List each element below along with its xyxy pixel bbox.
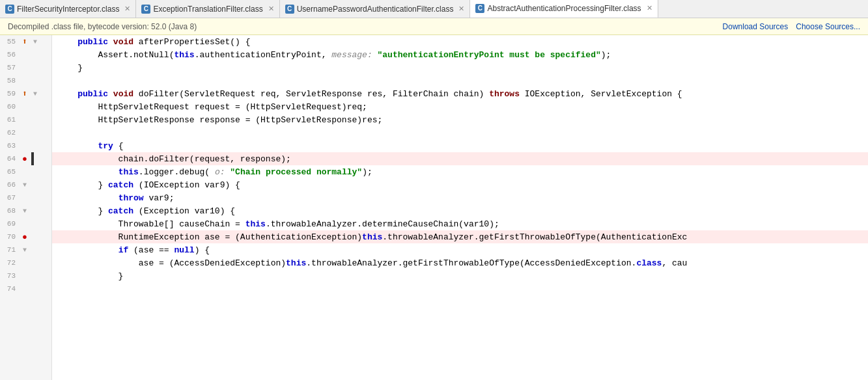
fold-icon-71[interactable]: ▼ — [20, 245, 30, 255]
code-line-73: } — [52, 269, 868, 282]
code-line-74 — [52, 282, 868, 295]
line-num-58: 58 — [0, 77, 20, 85]
tab-label-4: AbstractAuthenticationProcessingFilter.c… — [487, 4, 641, 13]
tab-close-4[interactable]: ✕ — [647, 4, 652, 12]
line-num-68: 68 — [0, 207, 20, 215]
code-content[interactable]: public void afterPropertiesSet() { Asser… — [52, 35, 868, 380]
line-num-74: 74 — [0, 285, 20, 293]
code-line-68: } catch (Exception var10) { — [52, 204, 868, 217]
code-line-69: Throwable[] causeChain = this.throwableA… — [52, 217, 868, 230]
tab-icon-3: C — [285, 5, 294, 14]
line-num-64: 64 — [0, 155, 20, 163]
gutter-row-58: 58 — [0, 74, 51, 87]
gutter-row-74: 74 — [0, 282, 51, 295]
gutter-row-56: 56 — [0, 48, 51, 61]
line-num-57: 57 — [0, 64, 20, 72]
download-sources-link[interactable]: Download Sources — [723, 22, 789, 31]
code-line-63: try { — [52, 139, 868, 152]
code-line-72: ase = (AccessDeniedException)this.throwa… — [52, 256, 868, 269]
line-num-66: 66 — [0, 181, 20, 189]
tab-label-3: UsernamePasswordAuthenticationFilter.cla… — [297, 5, 454, 14]
gutter-row-71: 71 ▼ — [0, 243, 51, 256]
fold-icon-68[interactable]: ▼ — [20, 206, 30, 216]
line-num-61: 61 — [0, 116, 20, 124]
gutter-row-60: 60 — [0, 100, 51, 113]
tab-abstract-auth[interactable]: C AbstractAuthenticationProcessingFilter… — [470, 0, 658, 18]
line-num-62: 62 — [0, 129, 20, 137]
code-line-66: } catch (IOException var9) { — [52, 178, 868, 191]
tab-close-3[interactable]: ✕ — [458, 5, 464, 13]
gutter-spacer-57 — [20, 62, 30, 73]
code-area: 55 ⬆ ▼ 56 57 58 59 ⬆ ▼ 60 61 — [0, 35, 868, 380]
code-line-59: public void doFilter(ServletRequest req,… — [52, 87, 868, 100]
gutter-row-67: 67 — [0, 191, 51, 204]
gutter-row-55: 55 ⬆ ▼ — [0, 35, 51, 48]
gutter: 55 ⬆ ▼ 56 57 58 59 ⬆ ▼ 60 61 — [0, 35, 52, 380]
info-bar: Decompiled .class file, bytecode version… — [0, 18, 868, 35]
fold-icon-66[interactable]: ▼ — [20, 180, 30, 190]
gutter-row-61: 61 — [0, 113, 51, 126]
gutter-row-72: 72 — [0, 256, 51, 269]
code-line-71: if (ase == null) { — [52, 243, 868, 256]
gutter-row-70: 70 ● — [0, 230, 51, 243]
tab-icon-4: C — [475, 4, 484, 13]
code-line-58 — [52, 74, 868, 87]
gutter-row-66: 66 ▼ — [0, 178, 51, 191]
arrow-icon-55: ⬆ — [20, 36, 30, 47]
info-bar-left: Decompiled .class file, bytecode version… — [8, 22, 197, 31]
gutter-spacer-56 — [20, 49, 30, 60]
line-num-65: 65 — [0, 168, 20, 176]
line-num-60: 60 — [0, 103, 20, 111]
line-num-63: 63 — [0, 142, 20, 150]
line-num-67: 67 — [0, 194, 20, 202]
line-num-72: 72 — [0, 259, 20, 267]
tab-exception-translation[interactable]: C ExceptionTranslationFilter.class ✕ — [136, 0, 279, 18]
line-num-56: 56 — [0, 51, 20, 59]
code-line-60: HttpServletRequest request = (HttpServle… — [52, 100, 868, 113]
gutter-row-62: 62 — [0, 126, 51, 139]
line-num-73: 73 — [0, 272, 20, 280]
gutter-row-73: 73 — [0, 269, 51, 282]
code-lines: public void afterPropertiesSet() { Asser… — [52, 35, 868, 295]
line-num-59: 59 — [0, 90, 20, 98]
tab-icon-1: C — [5, 5, 14, 14]
choose-sources-link[interactable]: Choose Sources... — [796, 22, 860, 31]
gutter-row-59: 59 ⬆ ▼ — [0, 87, 51, 100]
tab-close-2[interactable]: ✕ — [268, 5, 274, 13]
breakpoint-icon-64[interactable]: ● — [20, 154, 30, 164]
gutter-row-57: 57 — [0, 61, 51, 74]
fold-icon-59[interactable]: ▼ — [30, 88, 40, 99]
gutter-row-69: 69 — [0, 217, 51, 230]
gutter-row-68: 68 ▼ — [0, 204, 51, 217]
arrow-icon-59: ⬆ — [20, 88, 30, 99]
gutter-row-65: 65 — [0, 165, 51, 178]
decompile-message: Decompiled .class file, bytecode version… — [8, 22, 197, 31]
tab-filter-security[interactable]: C FilterSecurityInterceptor.class ✕ — [0, 0, 136, 18]
code-line-55: public void afterPropertiesSet() { — [52, 35, 868, 48]
line-num-55: 55 — [0, 38, 20, 46]
gutter-row-64: 64 ● — [0, 152, 51, 165]
code-line-56: Assert.notNull(this.authenticationEntryP… — [52, 48, 868, 61]
tab-bar: C FilterSecurityInterceptor.class ✕ C Ex… — [0, 0, 868, 18]
line-num-71: 71 — [0, 246, 20, 254]
code-line-70: RuntimeException ase = (AuthenticationEx… — [52, 230, 868, 243]
tab-close-1[interactable]: ✕ — [124, 5, 130, 13]
code-line-67: throw var9; — [52, 191, 868, 204]
fold-icon-55[interactable]: ▼ — [30, 36, 40, 47]
breakpoint-icon-70[interactable]: ● — [20, 232, 30, 242]
gutter-row-63: 63 — [0, 139, 51, 152]
line-num-70: 70 — [0, 233, 20, 241]
tab-label-1: FilterSecurityInterceptor.class — [17, 5, 119, 14]
code-line-64: chain.doFilter(request, response); — [52, 152, 868, 165]
line-num-69: 69 — [0, 220, 20, 228]
info-bar-right: Download Sources Choose Sources... — [723, 22, 860, 31]
tab-label-2: ExceptionTranslationFilter.class — [153, 5, 262, 14]
tab-icon-2: C — [141, 5, 150, 14]
code-line-61: HttpServletResponse response = (HttpServ… — [52, 113, 868, 126]
code-line-57: } — [52, 61, 868, 74]
code-line-65: this.logger.debug( o: "Chain processed n… — [52, 165, 868, 178]
code-line-62 — [52, 126, 868, 139]
cursor-64 — [31, 152, 34, 165]
tab-username-password[interactable]: C UsernamePasswordAuthenticationFilter.c… — [280, 0, 471, 18]
